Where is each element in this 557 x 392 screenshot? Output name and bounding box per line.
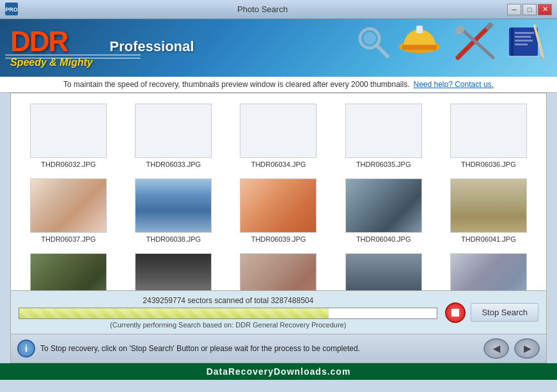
svg-rect-7 [416, 26, 423, 33]
thumbnail-image [450, 178, 527, 233]
svg-rect-14 [515, 32, 534, 34]
svg-rect-6 [402, 45, 437, 50]
window-controls: ─ □ ✕ [507, 4, 552, 15]
thumbnail-item[interactable]: THDR06037.JPG [16, 173, 121, 248]
thumbnail-image [135, 104, 212, 158]
thumbnail-label: THDR06034.JPG [251, 161, 306, 168]
thumbnail-label: THDR06035.JPG [356, 161, 411, 168]
thumbnail-item[interactable]: THDR06039.JPG [226, 173, 331, 248]
thumbnail-image [450, 253, 527, 291]
thumbnail-item[interactable]: THDR06042.JPG [16, 248, 121, 291]
back-button[interactable]: ◀ [483, 338, 509, 359]
thumbnail-label: THDR06041.JPG [461, 235, 516, 243]
help-link[interactable]: Need help? Contact us. [413, 80, 493, 89]
title-bar: PRO Photo Search ─ □ ✕ [0, 0, 557, 19]
progress-area: 2439259774 sectors scanned of total 3287… [10, 291, 547, 334]
svg-text:PRO: PRO [5, 6, 18, 13]
forward-button[interactable]: ▶ [514, 338, 540, 359]
progress-subtitle: (Currently performing Search based on: D… [19, 321, 437, 329]
thumbnail-label: THDR06033.JPG [146, 161, 201, 168]
thumbnail-label: THDR06036.JPG [461, 161, 516, 168]
tools-icon [448, 22, 499, 61]
thumbnail-label: THDR06037.JPG [41, 235, 96, 243]
progress-info: 2439259774 sectors scanned of total 3287… [19, 296, 437, 329]
thumbnail-image [135, 253, 212, 291]
thumbnail-label: THDR06032.JPG [41, 161, 96, 168]
thumbnail-item[interactable]: THDR06046.JPG [436, 248, 541, 291]
thumbnail-item[interactable]: THDR06035.JPG [331, 98, 436, 173]
progress-text: 2439259774 sectors scanned of total 3287… [19, 296, 437, 305]
progress-bar-stripes [19, 308, 437, 318]
brand-lines [0, 54, 141, 62]
thumbnail-item[interactable]: THDR06038.JPG [121, 173, 226, 248]
thumbnail-item[interactable]: THDR06034.JPG [226, 98, 331, 173]
info-bar: To maintain the speed of recovery, thumb… [0, 77, 557, 93]
footer: DataRecoveryDownloads.com [0, 363, 557, 380]
thumbnail-label: THDR06039.JPG [251, 235, 306, 243]
thumbnail-item[interactable]: THDR06045.JPG [331, 248, 436, 291]
title-bar-logo: PRO [5, 3, 18, 17]
thumbnail-item[interactable]: THDR06043.JPG [121, 248, 226, 291]
info-circle-icon: i [17, 340, 35, 357]
thumbnail-grid: THDR06032.JPGTHDR06033.JPGTHDR06034.JPGT… [10, 93, 547, 291]
thumbnail-item[interactable]: THDR06041.JPG [436, 173, 541, 248]
thumbnail-image [240, 178, 317, 233]
thumbnail-image [450, 104, 527, 158]
thumbnail-label: THDR06040.JPG [356, 235, 411, 243]
svg-rect-13 [511, 27, 514, 56]
stop-icon[interactable] [445, 302, 466, 323]
svg-line-10 [461, 29, 493, 58]
thumbnail-item[interactable]: THDR06033.JPG [121, 98, 226, 173]
progress-bar-container [19, 308, 437, 319]
stop-icon-inner [451, 309, 459, 317]
brand-ddr: DDR [10, 27, 67, 56]
stop-btn-area: Stop Search [445, 302, 538, 323]
brand-professional: Professional [109, 38, 194, 55]
thumbnail-image [135, 178, 212, 233]
status-message: To Stop recovery, click on 'Stop Search'… [40, 344, 478, 353]
svg-line-4 [377, 45, 388, 56]
thumbnail-image [345, 104, 422, 158]
brand-left: DDR Professional Speedy & Mighty [10, 27, 194, 68]
thumbnail-item[interactable]: THDR06044.JPG [226, 248, 331, 291]
brand-header: DDR Professional Speedy & Mighty [0, 19, 557, 77]
maximize-button[interactable]: □ [522, 4, 537, 15]
window-title: Photo Search [18, 4, 507, 14]
thumbnail-label: THDR06038.JPG [146, 235, 201, 243]
book-icon [506, 24, 544, 59]
stop-search-button[interactable]: Stop Search [471, 303, 538, 322]
thumbnail-item[interactable]: THDR06032.JPG [16, 98, 121, 173]
svg-point-3 [363, 32, 376, 45]
brand-icons [356, 22, 544, 61]
thumbnail-item[interactable]: THDR06040.JPG [331, 173, 436, 248]
magnifier-icon [356, 24, 391, 59]
thumbnail-image [30, 178, 107, 233]
thumbnail-image [30, 104, 107, 158]
info-message: To maintain the speed of recovery, thumb… [63, 80, 409, 89]
thumbnail-image [345, 178, 422, 233]
svg-rect-17 [515, 43, 528, 45]
thumbnail-image [240, 253, 317, 291]
hardhat-icon [397, 22, 442, 61]
footer-text: DataRecoveryDownloads.com [207, 366, 351, 377]
svg-rect-15 [515, 36, 531, 38]
minimize-button[interactable]: ─ [507, 4, 521, 15]
svg-rect-16 [515, 40, 533, 42]
thumbnail-image [240, 104, 317, 158]
thumbnail-item[interactable]: THDR06036.JPG [436, 98, 541, 173]
thumbnail-image [345, 253, 422, 291]
status-bar: i To Stop recovery, click on 'Stop Searc… [10, 334, 547, 363]
close-button[interactable]: ✕ [538, 4, 552, 15]
thumbnail-image [30, 253, 107, 291]
